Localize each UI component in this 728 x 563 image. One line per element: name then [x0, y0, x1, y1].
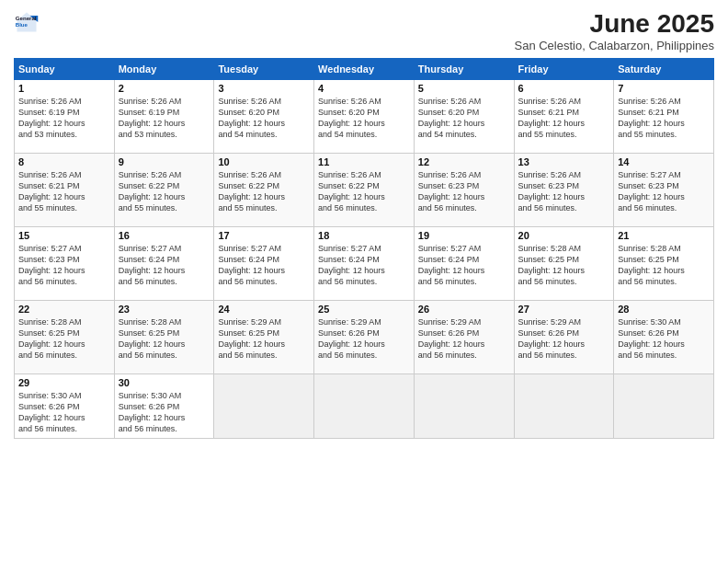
page-container: General Blue June 2025 San Celestio, Cal… — [0, 0, 728, 448]
day-number: 22 — [18, 304, 110, 315]
logo: General Blue — [14, 9, 40, 35]
col-wednesday: Wednesday — [314, 59, 415, 80]
day-number: 13 — [518, 156, 610, 167]
table-row — [614, 374, 714, 439]
calendar-week-row: 22 Sunrise: 5:28 AMSunset: 6:25 PMDaylig… — [15, 301, 714, 374]
col-friday: Friday — [514, 59, 614, 80]
day-info: Sunrise: 5:27 AMSunset: 6:24 PMDaylight:… — [218, 243, 310, 288]
day-number: 19 — [418, 230, 510, 241]
col-monday: Monday — [114, 59, 214, 80]
day-number: 15 — [18, 230, 110, 241]
day-info: Sunrise: 5:26 AMSunset: 6:19 PMDaylight:… — [18, 96, 110, 141]
day-number: 1 — [18, 83, 110, 94]
table-row: 21 Sunrise: 5:28 AMSunset: 6:25 PMDaylig… — [614, 227, 714, 301]
day-number: 9 — [119, 156, 210, 167]
day-info: Sunrise: 5:26 AMSunset: 6:20 PMDaylight:… — [418, 96, 510, 141]
main-title: June 2025 — [514, 9, 714, 39]
day-info: Sunrise: 5:26 AMSunset: 6:21 PMDaylight:… — [518, 96, 610, 141]
day-info: Sunrise: 5:27 AMSunset: 6:24 PMDaylight:… — [318, 243, 410, 288]
day-info: Sunrise: 5:28 AMSunset: 6:25 PMDaylight:… — [618, 243, 710, 288]
day-info: Sunrise: 5:26 AMSunset: 6:20 PMDaylight:… — [218, 96, 310, 141]
day-info: Sunrise: 5:26 AMSunset: 6:20 PMDaylight:… — [318, 96, 410, 141]
calendar-table: Sunday Monday Tuesday Wednesday Thursday… — [14, 58, 714, 439]
table-row — [514, 374, 614, 439]
day-info: Sunrise: 5:29 AMSunset: 6:26 PMDaylight:… — [318, 316, 410, 362]
calendar-week-row: 8 Sunrise: 5:26 AMSunset: 6:21 PMDayligh… — [15, 154, 714, 227]
table-row: 18 Sunrise: 5:27 AMSunset: 6:24 PMDaylig… — [314, 227, 415, 301]
table-row: 10 Sunrise: 5:26 AMSunset: 6:22 PMDaylig… — [214, 154, 314, 227]
day-number: 14 — [618, 156, 710, 167]
day-info: Sunrise: 5:26 AMSunset: 6:23 PMDaylight:… — [418, 169, 510, 214]
day-info: Sunrise: 5:30 AMSunset: 6:26 PMDaylight:… — [18, 390, 110, 435]
table-row: 7 Sunrise: 5:26 AMSunset: 6:21 PMDayligh… — [614, 80, 714, 154]
day-number: 24 — [218, 304, 310, 315]
calendar-week-row: 29 Sunrise: 5:30 AMSunset: 6:26 PMDaylig… — [15, 374, 714, 439]
table-row: 2 Sunrise: 5:26 AMSunset: 6:19 PMDayligh… — [114, 80, 214, 154]
table-row: 6 Sunrise: 5:26 AMSunset: 6:21 PMDayligh… — [514, 80, 614, 154]
day-info: Sunrise: 5:27 AMSunset: 6:24 PMDaylight:… — [418, 243, 510, 288]
table-row: 14 Sunrise: 5:27 AMSunset: 6:23 PMDaylig… — [614, 154, 714, 227]
title-block: June 2025 San Celestio, Calabarzon, Phil… — [514, 9, 714, 52]
day-number: 26 — [418, 304, 510, 315]
day-info: Sunrise: 5:30 AMSunset: 6:26 PMDaylight:… — [119, 390, 210, 435]
day-info: Sunrise: 5:26 AMSunset: 6:21 PMDaylight:… — [18, 169, 110, 214]
day-number: 30 — [119, 377, 210, 388]
table-row: 1 Sunrise: 5:26 AMSunset: 6:19 PMDayligh… — [15, 80, 115, 154]
svg-text:Blue: Blue — [16, 21, 28, 28]
day-number: 7 — [618, 83, 710, 94]
day-number: 27 — [518, 304, 610, 315]
day-number: 5 — [418, 83, 510, 94]
day-info: Sunrise: 5:29 AMSunset: 6:25 PMDaylight:… — [218, 316, 310, 362]
day-number: 25 — [318, 304, 410, 315]
table-row: 4 Sunrise: 5:26 AMSunset: 6:20 PMDayligh… — [314, 80, 415, 154]
day-number: 4 — [318, 83, 410, 94]
header-row: Sunday Monday Tuesday Wednesday Thursday… — [15, 59, 714, 80]
day-number: 29 — [18, 377, 110, 388]
day-number: 8 — [18, 156, 110, 167]
day-number: 2 — [119, 83, 210, 94]
day-info: Sunrise: 5:29 AMSunset: 6:26 PMDaylight:… — [518, 316, 610, 362]
day-info: Sunrise: 5:26 AMSunset: 6:19 PMDaylight:… — [119, 96, 210, 141]
day-number: 17 — [218, 230, 310, 241]
day-info: Sunrise: 5:30 AMSunset: 6:26 PMDaylight:… — [618, 316, 710, 362]
table-row: 19 Sunrise: 5:27 AMSunset: 6:24 PMDaylig… — [414, 227, 514, 301]
table-row: 15 Sunrise: 5:27 AMSunset: 6:23 PMDaylig… — [15, 227, 115, 301]
table-row: 5 Sunrise: 5:26 AMSunset: 6:20 PMDayligh… — [414, 80, 514, 154]
table-row: 20 Sunrise: 5:28 AMSunset: 6:25 PMDaylig… — [514, 227, 614, 301]
day-number: 3 — [218, 83, 310, 94]
day-number: 16 — [119, 230, 210, 241]
day-number: 18 — [318, 230, 410, 241]
calendar-body: 1 Sunrise: 5:26 AMSunset: 6:19 PMDayligh… — [15, 80, 714, 439]
day-info: Sunrise: 5:29 AMSunset: 6:26 PMDaylight:… — [418, 316, 510, 362]
table-row: 11 Sunrise: 5:26 AMSunset: 6:22 PMDaylig… — [314, 154, 415, 227]
col-sunday: Sunday — [15, 59, 115, 80]
day-info: Sunrise: 5:27 AMSunset: 6:24 PMDaylight:… — [119, 243, 210, 288]
day-info: Sunrise: 5:26 AMSunset: 6:21 PMDaylight:… — [618, 96, 710, 141]
day-number: 6 — [518, 83, 610, 94]
table-row — [314, 374, 415, 439]
table-row: 28 Sunrise: 5:30 AMSunset: 6:26 PMDaylig… — [614, 301, 714, 374]
col-saturday: Saturday — [614, 59, 714, 80]
day-info: Sunrise: 5:26 AMSunset: 6:22 PMDaylight:… — [119, 169, 210, 214]
table-row: 26 Sunrise: 5:29 AMSunset: 6:26 PMDaylig… — [414, 301, 514, 374]
day-info: Sunrise: 5:28 AMSunset: 6:25 PMDaylight:… — [518, 243, 610, 288]
day-number: 21 — [618, 230, 710, 241]
day-info: Sunrise: 5:27 AMSunset: 6:23 PMDaylight:… — [618, 169, 710, 214]
logo-icon: General Blue — [14, 9, 40, 35]
day-number: 28 — [618, 304, 710, 315]
day-number: 23 — [119, 304, 210, 315]
day-info: Sunrise: 5:26 AMSunset: 6:22 PMDaylight:… — [218, 169, 310, 214]
table-row: 30 Sunrise: 5:30 AMSunset: 6:26 PMDaylig… — [114, 374, 214, 439]
table-row: 8 Sunrise: 5:26 AMSunset: 6:21 PMDayligh… — [15, 154, 115, 227]
table-row: 24 Sunrise: 5:29 AMSunset: 6:25 PMDaylig… — [214, 301, 314, 374]
day-info: Sunrise: 5:28 AMSunset: 6:25 PMDaylight:… — [119, 316, 210, 362]
table-row: 12 Sunrise: 5:26 AMSunset: 6:23 PMDaylig… — [414, 154, 514, 227]
svg-text:General: General — [16, 15, 37, 21]
col-tuesday: Tuesday — [214, 59, 314, 80]
day-info: Sunrise: 5:28 AMSunset: 6:25 PMDaylight:… — [18, 316, 110, 362]
table-row — [214, 374, 314, 439]
table-row: 13 Sunrise: 5:26 AMSunset: 6:23 PMDaylig… — [514, 154, 614, 227]
col-thursday: Thursday — [414, 59, 514, 80]
table-row: 22 Sunrise: 5:28 AMSunset: 6:25 PMDaylig… — [15, 301, 115, 374]
day-info: Sunrise: 5:26 AMSunset: 6:23 PMDaylight:… — [518, 169, 610, 214]
